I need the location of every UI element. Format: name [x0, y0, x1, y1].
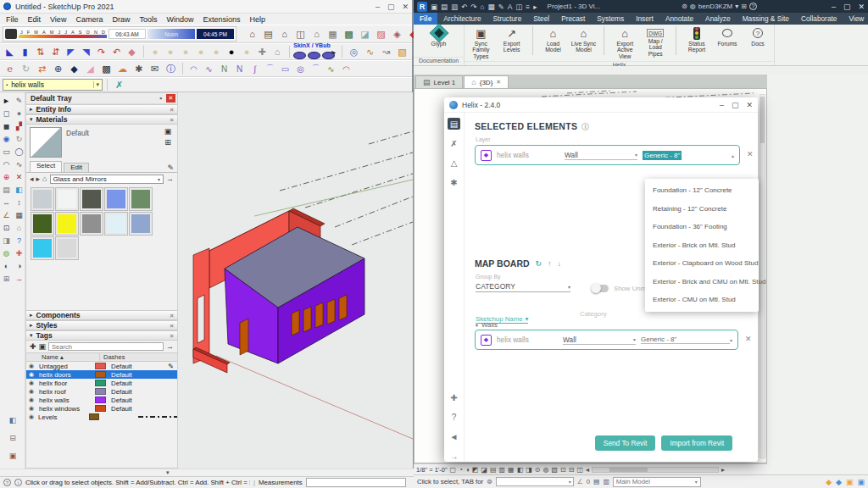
view-control-icon[interactable]: ▥	[499, 466, 506, 474]
selection-filter-icon[interactable]: ◆	[826, 478, 832, 486]
view-control-icon[interactable]: ⊟	[569, 466, 575, 474]
tool-icon[interactable]: ◐	[0, 259, 13, 272]
tool-icon[interactable]: ◧	[7, 413, 19, 426]
sandbox-tool-icon[interactable]: ●	[164, 45, 178, 58]
view-control-icon[interactable]: ⊙	[535, 466, 541, 474]
category-select[interactable]: Wall ▾	[563, 336, 636, 345]
toolbar-icon[interactable]: ◫	[293, 27, 308, 41]
tool-icon[interactable]: ⊞	[0, 272, 13, 285]
user-icon[interactable]: ◍	[690, 3, 696, 10]
shadow-time-start[interactable]: 06:43 AM	[108, 29, 146, 39]
close-icon[interactable]: ✕	[746, 101, 753, 109]
shadow-month-slider[interactable]: JFMAMJJASOND	[19, 30, 107, 38]
glyph-button[interactable]: Glyph	[426, 26, 452, 47]
minimize-icon[interactable]: –	[376, 3, 380, 11]
tool-icon[interactable]: ⊡	[0, 221, 13, 234]
paint-details-icon[interactable]: →	[166, 175, 174, 183]
tags-column-headers[interactable]: Name ▴ Dashes	[26, 352, 177, 362]
type-select-open[interactable]: Generic - 8" ▴	[643, 151, 734, 160]
visibility-eye-icon[interactable]: ◉	[29, 380, 39, 386]
material-swatch[interactable]	[105, 188, 127, 210]
visibility-eye-icon[interactable]: ◉	[29, 396, 39, 403]
tool-icon[interactable]: ◨	[0, 234, 13, 247]
selection-filter-icon[interactable]: ▣	[857, 478, 865, 486]
shadow-settings[interactable]: JFMAMJJASOND 06:43 AM Noon 04:45 PM	[3, 26, 236, 42]
ribbon-tab[interactable]: File	[414, 13, 437, 25]
sync-family-types-button[interactable]: ▣ Sync Family Types	[468, 26, 494, 59]
tool-icon[interactable]: ▞	[13, 119, 25, 132]
menu-item[interactable]: File	[6, 15, 19, 24]
ribbon-tab[interactable]: Massing & Site	[737, 13, 795, 25]
tool-icon[interactable]: →	[13, 272, 25, 285]
minimize-icon[interactable]: –	[832, 3, 836, 11]
tag-color-swatch[interactable]	[95, 405, 106, 412]
sandbox-tool-icon[interactable]: ●	[209, 45, 224, 58]
toolbar-icon[interactable]: ↶	[109, 45, 124, 58]
geolocation-icon[interactable]: ?	[3, 479, 11, 486]
menu-item[interactable]: Draw	[112, 15, 130, 24]
tool-icon[interactable]: ⌂	[13, 221, 25, 234]
username[interactable]: benD3KZM	[698, 3, 732, 10]
category-select[interactable]: Wall ▾	[565, 151, 637, 160]
ribbon-tab[interactable]: View	[843, 13, 868, 25]
tag-color-swatch[interactable]	[95, 396, 106, 403]
visibility-eye-icon[interactable]: ◉	[29, 413, 38, 420]
qat-icon[interactable]: ▦	[487, 3, 494, 11]
canvas-vscrollbar[interactable]	[760, 94, 765, 458]
section-materials[interactable]: ▾ Materials ×	[26, 114, 177, 125]
visibility-eye-icon[interactable]: ◉	[29, 363, 39, 369]
material-swatch[interactable]	[105, 213, 127, 235]
pin-icon[interactable]: ▪	[159, 94, 162, 103]
tool-icon[interactable]: ◯	[13, 145, 25, 158]
tags-search-input[interactable]	[48, 342, 164, 351]
scroll-right-icon[interactable]: ▸	[721, 466, 725, 474]
toolbar-icon[interactable]: ↻	[19, 62, 33, 75]
tag-color-swatch[interactable]	[95, 371, 106, 378]
sandbox-tool-icon[interactable]: ⌂	[270, 45, 285, 58]
view-control-icon[interactable]: ▢	[450, 466, 457, 474]
walls-group[interactable]: ▾ Walls	[476, 321, 498, 329]
sandbox-tool-icon[interactable]: ●	[148, 45, 163, 58]
toolbar-icon[interactable]: ◥	[79, 45, 93, 58]
tool-icon[interactable]: ◻	[0, 107, 13, 119]
section-entity-info[interactable]: ▸ Entity Info ×	[26, 104, 177, 114]
sketchup-viewport[interactable]	[178, 92, 413, 469]
ribbon-tab[interactable]: Precast	[555, 13, 591, 25]
qat-icon[interactable]: ⌂	[480, 3, 484, 11]
close-icon[interactable]: ✕	[402, 3, 409, 11]
toolbar-icon[interactable]: ⇵	[48, 45, 63, 58]
material-swatch[interactable]	[31, 237, 53, 259]
tool-icon[interactable]: ◼	[0, 119, 13, 132]
tab-edit[interactable]: Edit	[64, 163, 89, 172]
view-tab[interactable]: ⌂ {3D} ✕	[464, 75, 509, 88]
tool-icon[interactable]: ◑	[13, 259, 25, 272]
maximize-icon[interactable]: ▢	[387, 3, 395, 11]
toolbar-icon[interactable]: ⓘ	[164, 62, 178, 75]
bezier-tool-icon[interactable]: ∿	[325, 63, 337, 75]
load-model-button[interactable]: ⌂ Load Model	[540, 26, 565, 53]
toolbar-icon[interactable]: ⌂	[277, 27, 292, 41]
material-swatch[interactable]	[56, 188, 78, 210]
qat-icon[interactable]: ≡	[526, 3, 530, 11]
qat-icon[interactable]: ✎	[498, 3, 504, 11]
section-close-icon[interactable]: ×	[170, 312, 174, 319]
toolbar-icon[interactable]: ◢	[83, 62, 97, 75]
toolbar-icon[interactable]: ⊕	[51, 62, 65, 75]
close-tab-icon[interactable]: ✕	[496, 79, 501, 86]
minimize-icon[interactable]: –	[720, 101, 724, 109]
group-by-select[interactable]: CATEGORY ▾	[476, 281, 570, 292]
selection-filter-icon[interactable]: ◆	[836, 478, 842, 486]
add-tag-folder-icon[interactable]: ▣	[39, 342, 47, 351]
status-report-button[interactable]: Status Report	[684, 26, 709, 53]
tool-icon[interactable]: ►	[0, 94, 13, 107]
section-close-icon[interactable]: ×	[170, 106, 174, 114]
tool-icon[interactable]: ◠	[0, 158, 13, 170]
forward-icon[interactable]: ▸	[36, 175, 41, 183]
tag-row[interactable]: ◉ helix floor Default ✎	[26, 379, 177, 387]
toolbar-icon[interactable]: ℮	[3, 62, 17, 75]
material-swatch[interactable]	[130, 188, 152, 210]
tag-color-swatch[interactable]	[89, 413, 99, 420]
home-icon[interactable]: ⌂	[42, 175, 47, 183]
toolbar-icon[interactable]: ⇅	[33, 45, 47, 58]
tray-close-icon[interactable]: ✕	[166, 94, 175, 103]
